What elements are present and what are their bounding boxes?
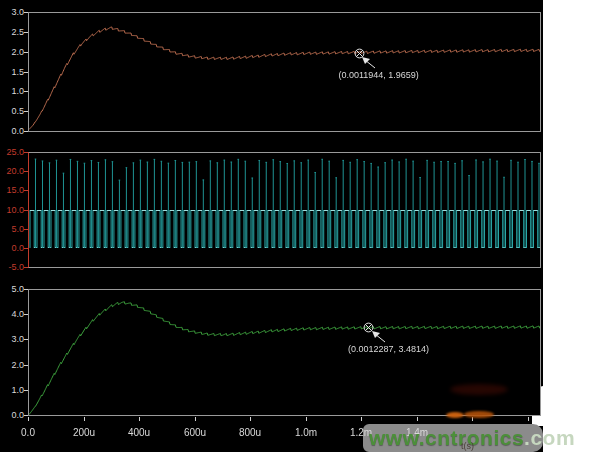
y-tick-mark — [24, 314, 28, 315]
y-tick-label: 1.0 — [0, 385, 24, 395]
y-tick-mark — [24, 131, 28, 132]
y-tick-label: -5.0 — [0, 262, 24, 272]
trace-canvas-lower — [29, 290, 540, 415]
y-tick-mark — [24, 365, 28, 366]
x-tick-mark — [361, 417, 362, 421]
y-tick-label: 1.0 — [0, 86, 24, 96]
grapher-screenshot-page: 3.02.52.01.51.00.50.025.020.015.010.05.0… — [0, 0, 600, 452]
y-tick-mark — [24, 229, 28, 230]
x-tick-mark — [306, 417, 307, 421]
y-tick-label: 4.0 — [0, 309, 24, 319]
y-tick-mark — [24, 32, 28, 33]
y-tick-label: 10.0 — [0, 205, 24, 215]
y-tick-mark — [24, 52, 28, 53]
y-tick-label: 25.0 — [0, 147, 24, 157]
orange-artifact-smudge — [446, 412, 464, 418]
y-tick-mark — [24, 210, 28, 211]
watermark-main: www.cntronics — [369, 426, 524, 449]
y-tick-label: 0.0 — [0, 243, 24, 253]
x-tick-mark — [528, 417, 529, 421]
y-tick-label: 5.0 — [0, 284, 24, 294]
y-tick-mark — [24, 415, 28, 416]
y-tick-mark — [24, 339, 28, 340]
x-tick-mark — [139, 417, 140, 421]
watermark-suffix: .com — [524, 426, 575, 449]
cursor-value-label: (0.0011944, 1.9659) — [338, 70, 418, 80]
x-tick-label: 0.0 — [6, 427, 50, 438]
y-tick-label: 0.0 — [0, 126, 24, 136]
cursor-value-label: (0.0012287, 3.4814) — [348, 344, 429, 354]
plot-switching-node — [28, 152, 541, 268]
x-tick-label: 1.0m — [284, 427, 328, 438]
time-axis-label: t(s) — [461, 441, 474, 451]
y-tick-label: 3.0 — [0, 7, 24, 17]
x-tick-mark — [417, 417, 418, 421]
y-tick-label: 1.5 — [0, 67, 24, 77]
y-tick-mark — [24, 171, 28, 172]
x-tick-label: 200u — [62, 427, 106, 438]
y-tick-mark — [24, 111, 28, 112]
x-tick-mark — [250, 417, 251, 421]
y-tick-label: 15.0 — [0, 185, 24, 195]
trace-canvas-middle — [29, 153, 540, 267]
trace-canvas-upper — [29, 13, 540, 131]
y-tick-label: 0.5 — [0, 106, 24, 116]
y-tick-mark — [24, 72, 28, 73]
x-tick-mark — [195, 417, 196, 421]
y-tick-mark — [24, 248, 28, 249]
y-tick-label: 2.0 — [0, 47, 24, 57]
y-tick-label: 20.0 — [0, 166, 24, 176]
plot-step-response-lower — [28, 289, 541, 416]
y-tick-label: 0.0 — [0, 410, 24, 420]
orange-artifact-smudge — [464, 411, 494, 418]
y-tick-mark — [24, 12, 28, 13]
x-tick-label: 800u — [228, 427, 272, 438]
x-tick-mark — [84, 417, 85, 421]
x-tick-label: 600u — [173, 427, 217, 438]
y-tick-label: 2.5 — [0, 27, 24, 37]
y-tick-mark — [24, 152, 28, 153]
cursor-arrow-icon — [360, 55, 380, 71]
red-artifact-smudge — [450, 384, 508, 395]
y-tick-mark — [24, 390, 28, 391]
y-tick-mark — [24, 267, 28, 268]
y-tick-mark — [24, 289, 28, 290]
plot-step-response-upper — [28, 12, 541, 132]
x-tick-mark — [28, 417, 29, 421]
cursor-arrow-icon — [370, 329, 390, 345]
x-tick-label: 400u — [117, 427, 161, 438]
y-tick-mark — [24, 190, 28, 191]
y-tick-label: 3.0 — [0, 334, 24, 344]
y-tick-label: 5.0 — [0, 224, 24, 234]
y-tick-mark — [24, 91, 28, 92]
y-tick-label: 2.0 — [0, 360, 24, 370]
